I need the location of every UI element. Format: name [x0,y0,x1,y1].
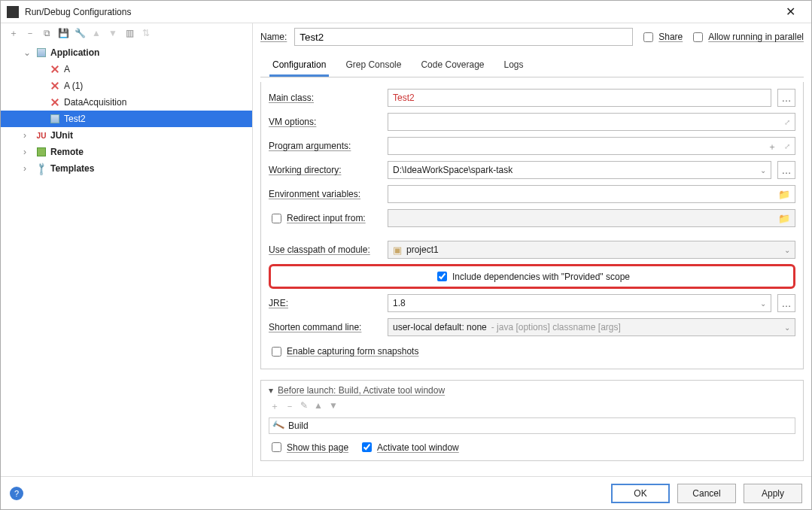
input-redirect: 📁 [388,209,795,227]
folder-icon: 📁 [778,213,790,224]
settings-wrench-icon[interactable]: 🔧 [75,28,85,38]
chevron-down-icon[interactable]: ⌄ [784,323,790,332]
browse-jre-button[interactable]: … [777,294,795,312]
add-icon[interactable]: ＋ [8,28,19,38]
tree-node-test2[interactable]: Test2 [1,111,252,127]
remove-icon[interactable]: － [285,400,294,413]
save-icon[interactable]: 💾 [58,28,68,38]
row-jre: JRE: 1.8⌄ … [269,293,795,313]
before-launch-item-build[interactable]: 🔨 Build [269,417,795,434]
browse-main-class-button[interactable]: … [777,89,795,107]
label-shorten: Shorten command line: [269,322,382,332]
expand-icon[interactable]: › [23,163,32,174]
label-redirect: Redirect input from: [269,211,382,226]
help-icon[interactable]: ? [10,487,23,500]
node-label: JUnit [50,130,73,141]
row-main-class: Main class: Test2 … [269,88,795,108]
tree-node-data-acquisition[interactable]: DataAcquisition [1,94,252,111]
tab-logs[interactable]: Logs [501,53,527,77]
label-jre: JRE: [269,298,382,308]
include-deps-checkbox[interactable]: Include dependencies with "Provided" sco… [434,269,630,284]
ok-button[interactable]: OK [611,484,670,503]
sort-icon[interactable]: ⇅ [141,28,151,38]
folder-icon[interactable]: 📁 [778,189,790,200]
move-up-icon[interactable]: ▲ [91,28,102,38]
node-label: Templates [50,163,94,174]
snapshots-checkbox[interactable]: Enable capturing form snapshots [269,345,418,359]
input-program-args[interactable]: ＋ ⤢ [388,137,795,155]
select-classpath[interactable]: ▣ project1 ⌄ [388,241,795,259]
collapse-icon[interactable]: ⌄ [23,47,32,58]
move-down-icon[interactable]: ▼ [108,28,118,38]
copy-icon[interactable]: ⧉ [41,28,52,38]
before-launch-header[interactable]: ▾ Before launch: Build, Activate tool wi… [269,385,795,396]
tree-node-templates[interactable]: › 🔧 Templates [1,160,252,177]
hammer-icon: 🔨 [271,419,285,433]
label-env-vars: Environment variables: [269,189,382,199]
window-title: Run/Debug Configurations [25,7,775,17]
name-input[interactable] [294,28,633,46]
row-snapshots: Enable capturing form snapshots [269,342,795,361]
row-vm-options: VM options: ⤢ [269,112,795,132]
tree-node-a[interactable]: A [1,61,252,77]
remote-icon [35,146,47,158]
browse-working-dir-button[interactable]: … [777,161,795,179]
label-main-class: Main class: [269,93,382,103]
parallel-checkbox[interactable]: Allow running in parallel [690,30,804,44]
remove-icon[interactable]: － [25,28,35,38]
tab-grep-console[interactable]: Grep Console [342,53,404,77]
apply-button[interactable]: Apply [744,484,802,503]
before-launch-toolbar: ＋ － ✎ ▲ ▼ [269,399,795,414]
module-icon: ▣ [393,244,402,256]
name-label: Name: [260,32,287,42]
name-row: Name: Share Allow running in parallel [260,28,804,46]
left-pane: ＋ － ⧉ 💾 🔧 ▲ ▼ ▥ ⇅ ⌄ Application A A (1) [1,23,253,476]
tree-node-junit[interactable]: › JU JUnit [1,127,252,144]
tree-node-application[interactable]: ⌄ Application [1,44,252,61]
input-working-dir[interactable]: D:\IdeaWorkSpace\spark-task⌄ [388,161,771,179]
edit-icon[interactable]: ✎ [300,400,308,413]
chevron-down-icon[interactable]: ⌄ [760,166,766,175]
folder-action-icon[interactable]: ▥ [124,28,135,38]
tree-node-remote[interactable]: › Remote [1,144,252,160]
label-working-dir: Working directory: [269,165,382,175]
plus-icon[interactable]: ＋ [768,141,777,153]
share-checkbox[interactable]: Share [640,30,683,44]
row-env-vars: Environment variables: 📁 [269,184,795,204]
input-vm-options[interactable]: ⤢ [388,113,795,131]
expand-icon[interactable]: ⤢ [784,118,790,126]
add-icon[interactable]: ＋ [270,400,279,413]
tab-configuration[interactable]: Configuration [269,53,329,77]
expand-icon[interactable]: › [23,130,32,141]
cancel-button[interactable]: Cancel [677,484,736,503]
move-up-icon[interactable]: ▲ [314,400,323,413]
application-icon [49,113,61,125]
junit-icon: JU [35,129,47,141]
row-working-dir: Working directory: D:\IdeaWorkSpace\spar… [269,160,795,180]
label-classpath: Use classpath of module: [269,244,382,255]
expand-icon[interactable]: ⤢ [784,142,790,150]
node-label: A [64,64,70,74]
show-page-checkbox[interactable]: Show this page [269,440,348,454]
chevron-down-icon[interactable]: ⌄ [760,299,766,308]
select-jre[interactable]: 1.8⌄ [388,294,771,312]
activate-toolwindow-checkbox[interactable]: Activate tool window [359,440,459,454]
move-down-icon[interactable]: ▼ [329,400,338,413]
row-shorten: Shorten command line: user-local default… [269,317,795,337]
right-pane: Name: Share Allow running in parallel Co… [253,23,811,476]
close-icon[interactable]: ✕ [775,5,805,19]
collapse-icon[interactable]: ▾ [269,385,273,396]
row-redirect: Redirect input from: 📁 [269,208,795,228]
dialog-footer: ? OK Cancel Apply [1,476,811,509]
chevron-down-icon[interactable]: ⌄ [784,246,790,254]
input-env-vars[interactable]: 📁 [388,185,795,203]
input-main-class[interactable]: Test2 [388,89,771,107]
expand-icon[interactable]: › [23,147,32,157]
redirect-checkbox[interactable]: Redirect input from: [269,211,382,226]
invalid-icon [49,80,61,92]
config-form: Main class: Test2 … VM options: ⤢ Progra… [260,82,804,369]
tree-node-a1[interactable]: A (1) [1,77,252,94]
tab-code-coverage[interactable]: Code Coverage [418,53,487,77]
config-tree: ⌄ Application A A (1) DataAcquisition Te… [1,43,252,476]
select-shorten[interactable]: user-local default: none - java [options… [388,318,795,336]
